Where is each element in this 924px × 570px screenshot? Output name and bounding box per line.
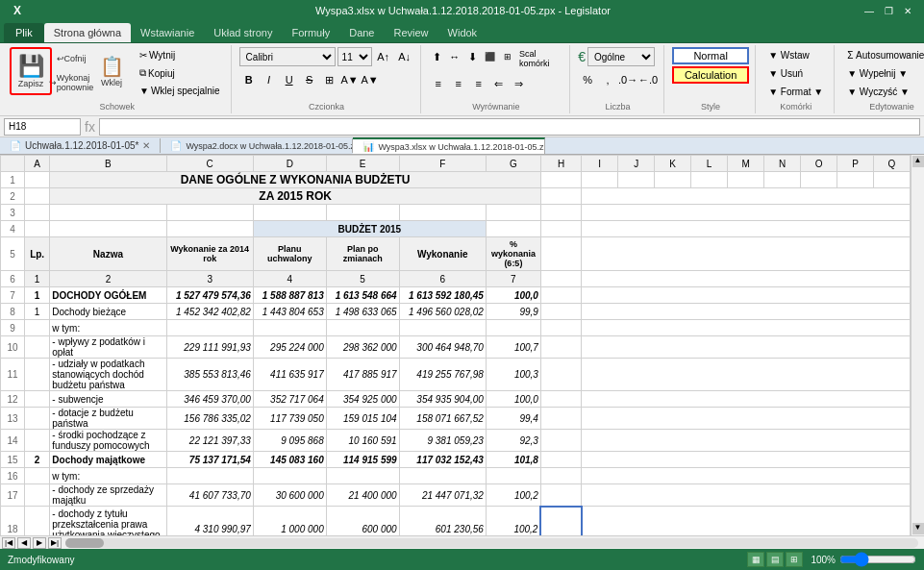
- cell-a18[interactable]: [25, 507, 50, 536]
- cell-a10[interactable]: [25, 336, 50, 359]
- fill-color-button[interactable]: A▼: [340, 70, 360, 89]
- delete-button[interactable]: ▼ Usuń: [763, 65, 808, 82]
- align-right-button[interactable]: ≡: [469, 74, 488, 93]
- clear-button[interactable]: ▼ Wyczyść ▼: [842, 84, 914, 100]
- cell-c16[interactable]: [166, 468, 253, 484]
- cell-h16[interactable]: [540, 468, 581, 484]
- spreadsheet-wrapper[interactable]: A B C D E F G H I J K L M N O: [0, 155, 911, 535]
- cell-g9[interactable]: [486, 320, 540, 336]
- tab-strona-glowna[interactable]: Strona główna: [44, 23, 131, 42]
- col-header-j[interactable]: J: [618, 156, 655, 172]
- strikethrough-button[interactable]: S: [300, 70, 319, 89]
- cell-k1[interactable]: [655, 172, 691, 188]
- calculation-style[interactable]: Calculation: [672, 66, 749, 84]
- paste-button[interactable]: 📋 Wklej: [90, 47, 133, 95]
- minimize-button[interactable]: —: [861, 2, 878, 19]
- percent-button[interactable]: %: [578, 70, 597, 89]
- cell-j1[interactable]: [618, 172, 655, 188]
- last-sheet-button[interactable]: ▶|: [48, 537, 62, 549]
- tab-uchwal-close[interactable]: ✕: [142, 140, 150, 151]
- col-header-k[interactable]: K: [655, 156, 691, 172]
- cell-b4[interactable]: [50, 221, 166, 237]
- decrease-decimal-button[interactable]: ←.0: [638, 70, 658, 89]
- cell-d9[interactable]: [253, 320, 326, 336]
- merge-button[interactable]: ⊞: [499, 47, 515, 66]
- cell-e9[interactable]: [326, 320, 399, 336]
- cell-a17[interactable]: [25, 484, 50, 507]
- normal-view-button[interactable]: ▦: [747, 552, 764, 567]
- tab-formuly[interactable]: Formuły: [282, 23, 339, 42]
- cell-a13[interactable]: [25, 408, 50, 430]
- cell-a16[interactable]: [25, 468, 50, 484]
- prev-sheet-button[interactable]: ◀: [17, 537, 31, 549]
- tab-widok[interactable]: Widok: [438, 23, 487, 42]
- restore-button[interactable]: ❐: [880, 2, 897, 19]
- cell-d16[interactable]: [253, 468, 326, 484]
- cell-h2[interactable]: [540, 188, 581, 205]
- cell-h5[interactable]: [540, 237, 581, 271]
- col-header-c[interactable]: C: [166, 156, 253, 172]
- first-sheet-button[interactable]: |◀: [2, 537, 15, 549]
- wrap-text-button[interactable]: ⬛: [482, 47, 498, 66]
- cell-f16[interactable]: [399, 468, 486, 484]
- tab-dane[interactable]: Dane: [339, 23, 384, 42]
- redo-button[interactable]: ↪ Wykonaj ponownie: [54, 71, 88, 94]
- horizontal-scrollbar[interactable]: [65, 538, 918, 548]
- cell-a12[interactable]: [25, 391, 50, 408]
- cell-h8[interactable]: [540, 304, 581, 320]
- page-break-button[interactable]: ⊞: [786, 552, 803, 567]
- autosum-button[interactable]: Σ Autosumowanie ▼: [842, 47, 924, 63]
- cell-a9[interactable]: [25, 320, 50, 336]
- cell-l1[interactable]: [691, 172, 728, 188]
- cell-h9[interactable]: [540, 320, 581, 336]
- align-top-button[interactable]: ⬆: [429, 47, 445, 66]
- align-left-button[interactable]: ≡: [429, 74, 448, 93]
- cell-e16[interactable]: [326, 468, 399, 484]
- cell-a3[interactable]: [25, 205, 50, 221]
- close-button[interactable]: ✕: [899, 2, 916, 19]
- col-header-n[interactable]: N: [764, 156, 801, 172]
- increase-decimal-button[interactable]: .0→: [618, 70, 637, 89]
- insert-button[interactable]: ▼ Wstaw: [763, 47, 814, 63]
- tab-wstawianie[interactable]: Wstawianie: [131, 23, 204, 42]
- col-header-h[interactable]: H: [540, 156, 581, 172]
- name-box[interactable]: [4, 118, 81, 136]
- next-sheet-button[interactable]: ▶: [33, 537, 46, 549]
- page-layout-button[interactable]: ▤: [766, 552, 784, 567]
- tab-wyspa2[interactable]: 📄 Wyspa2.docx w Uchwała.1.12.2018-01-05.…: [161, 138, 353, 153]
- cell-h15[interactable]: [540, 452, 581, 468]
- col-header-o[interactable]: O: [801, 156, 837, 172]
- cell-o1[interactable]: [801, 172, 837, 188]
- cell-g3[interactable]: [486, 205, 540, 221]
- normal-style[interactable]: Normal: [672, 47, 749, 64]
- cut-button[interactable]: ✂ Wytnij: [135, 47, 225, 63]
- col-header-d[interactable]: D: [253, 156, 326, 172]
- col-header-e[interactable]: E: [326, 156, 399, 172]
- cell-f9[interactable]: [399, 320, 486, 336]
- col-header-g[interactable]: G: [486, 156, 540, 172]
- format-button[interactable]: ▼ Format ▼: [763, 84, 828, 100]
- cell-a14[interactable]: [25, 430, 50, 452]
- col-header-i[interactable]: I: [582, 156, 618, 172]
- tab-wyspa3[interactable]: 📊 Wyspa3.xlsx w Uchwała.1.12.2018-01-05.…: [353, 137, 545, 154]
- cell-h12[interactable]: [540, 391, 581, 408]
- cell-h18[interactable]: [540, 507, 581, 536]
- cell-h7[interactable]: [540, 287, 581, 304]
- col-header-m[interactable]: M: [728, 156, 764, 172]
- vertical-scrollbar[interactable]: ▲ ▼: [911, 155, 924, 535]
- col-header-p[interactable]: P: [837, 156, 874, 172]
- cell-c9[interactable]: [166, 320, 253, 336]
- paste-special-button[interactable]: ▼ Wklej specjalnie: [135, 83, 225, 99]
- fill-button[interactable]: ▼ Wypełnij ▼: [842, 65, 912, 82]
- decrease-font-button[interactable]: A↓: [395, 47, 414, 66]
- font-family-select[interactable]: Calibri: [239, 47, 336, 66]
- tab-uklad-strony[interactable]: Układ strony: [204, 23, 282, 42]
- copy-button[interactable]: ⧉ Kopiuj: [135, 64, 225, 82]
- cell-h3[interactable]: [540, 205, 581, 221]
- save-button[interactable]: 💾 Zapisz: [10, 47, 52, 95]
- cell-p1[interactable]: [837, 172, 874, 188]
- number-format-select[interactable]: Ogólne: [587, 47, 655, 66]
- font-size-select[interactable]: 11: [337, 47, 372, 66]
- cell-c3[interactable]: [166, 205, 253, 221]
- cell-g4[interactable]: [486, 221, 540, 237]
